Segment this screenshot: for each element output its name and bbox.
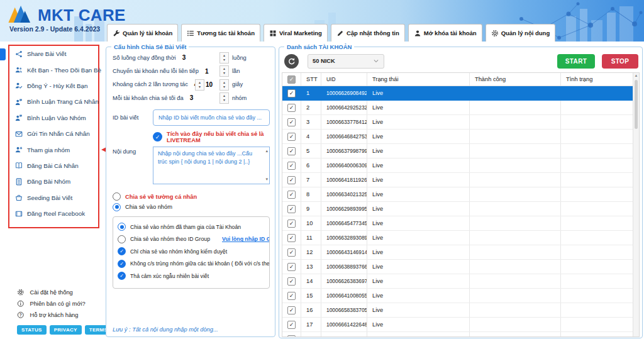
- table-scrollbar[interactable]: ▲: [633, 73, 639, 336]
- tab-viral-marketing[interactable]: Viral Marketing: [264, 24, 328, 42]
- row-checkbox[interactable]: ✓: [287, 133, 296, 141]
- row-checkbox[interactable]: ✓: [287, 162, 296, 170]
- id-group-link[interactable]: Vui lòng nhập ID GROUP vào đây ...: [222, 236, 270, 242]
- sidebar-item-seeding-bai-viet[interactable]: Seeding Bài Viết: [0, 190, 102, 206]
- sidebar-item-binh-luan-vao-nhom[interactable]: Bình Luận Vào Nhóm: [0, 110, 102, 126]
- table-row[interactable]: ✓6100066400063091Live: [282, 158, 639, 173]
- group-option[interactable]: ✓Thả cảm xúc ngẫu nhiên bài viết: [118, 271, 265, 282]
- table-row[interactable]: ✓13100066388937661Live: [282, 260, 639, 274]
- table-row[interactable]: ✓1100066269084923Live: [282, 86, 639, 101]
- table-row[interactable]: ✓9100066298939952Live: [282, 202, 639, 216]
- number-spinner[interactable]: ▴▾: [195, 79, 204, 91]
- table-row[interactable]: ✓16100066583837052Live: [282, 303, 639, 318]
- radio-button[interactable]: [113, 203, 121, 211]
- tab-quan-ly-noi-dung[interactable]: Quản lý nội dung: [486, 24, 556, 42]
- footer-link-ho-tro-khach-hang[interactable]: ?Hỗ trợ khách hàng: [17, 309, 112, 321]
- group-option[interactable]: ✓Không c/s trùng nhóm giữa các tài khoản…: [118, 258, 265, 269]
- table-row[interactable]: ✓15100066410080557Live: [282, 289, 639, 303]
- refresh-button[interactable]: [284, 54, 299, 69]
- row-checkbox[interactable]: ✓: [287, 191, 296, 199]
- row-checkbox[interactable]: ✓: [287, 147, 296, 155]
- uid-cell: 100066609750882: [321, 332, 367, 336]
- row-select-cell: ✓: [282, 318, 301, 331]
- row-checkbox[interactable]: ✓: [287, 234, 296, 242]
- scroll-up-icon[interactable]: ▴: [265, 148, 268, 154]
- checkbox[interactable]: ✓: [118, 247, 126, 255]
- footer-link-cai-dat-he-thong[interactable]: Cài đặt hệ thống: [17, 287, 112, 298]
- sidebar-item-dang-bai-nhom[interactable]: Đăng Bài Nhóm: [0, 174, 102, 189]
- radio-button[interactable]: [113, 192, 121, 201]
- condition-cell: [561, 115, 639, 129]
- group-option[interactable]: Chia sẻ vào nhóm theo ID GroupVui lòng n…: [118, 234, 265, 245]
- row-checkbox[interactable]: ✓: [287, 306, 296, 314]
- sidebar-item-gui-tin-nhan-ca-nhan[interactable]: Gửi Tin Nhắn Cá Nhân: [0, 126, 102, 142]
- share-mode-option[interactable]: Chia sẻ về tường cá nhân: [113, 192, 270, 203]
- table-row[interactable]: ✓5100066379987999Live: [282, 144, 639, 158]
- group-option[interactable]: Chia sẻ vào nhóm đã tham gia của Tài Kho…: [118, 222, 265, 233]
- radio-button[interactable]: [118, 223, 126, 231]
- table-row[interactable]: ✓2100066429252325Live: [282, 101, 639, 115]
- stop-button[interactable]: STOP: [602, 54, 638, 69]
- table-row[interactable]: ✓11100066328930892Live: [282, 231, 639, 245]
- sidebar-item-share-bai-viet[interactable]: Share Bài Viết: [0, 46, 102, 62]
- start-button[interactable]: START: [557, 54, 595, 69]
- row-checkbox[interactable]: ✓: [287, 176, 296, 184]
- row-checkbox[interactable]: ✓: [287, 89, 296, 97]
- table-row[interactable]: ✓8100066340213255Live: [282, 187, 639, 202]
- table-row[interactable]: ✓7100066418119263Live: [282, 173, 639, 187]
- table-row[interactable]: ✓10100066454773458Live: [282, 216, 639, 231]
- table-row[interactable]: ✓14100066263836979Live: [282, 274, 639, 289]
- content-textarea[interactable]: Nhập nội dung chia sẻ vào đây ...Cấu trú…: [153, 147, 270, 184]
- row-checkbox[interactable]: ✓: [287, 277, 296, 286]
- sidebar-item-dong-y-huy-ket-ban[interactable]: Đồng Ý - Hủy Kết Bạn: [0, 78, 102, 94]
- group-option[interactable]: ✓Chỉ chia sẻ vào nhóm không kiểm duyệt: [118, 247, 265, 257]
- sidebar-item-ket-ban-theo-doi-ban-be[interactable]: Kết Bạn - Theo Dõi Bạn Bè: [0, 62, 102, 77]
- table-row[interactable]: ✓4100066468427537Live: [282, 130, 639, 144]
- share-mode-option[interactable]: Chia sẻ vào nhóm: [113, 202, 270, 213]
- sidebar-item-dang-bai-ca-nhan[interactable]: Đăng Bài Cá Nhân: [0, 158, 102, 174]
- tab-quan-ly-tai-khoan[interactable]: Quản lý tài khoản: [107, 24, 178, 42]
- checkbox[interactable]: ✓: [118, 260, 126, 268]
- setting-label: Số luồng chạy đồng thời: [113, 55, 176, 61]
- livestream-checkbox[interactable]: ✓: [153, 132, 162, 142]
- footer-link-phien-ban-co-gi-moi[interactable]: Phiên bản có gì mới?: [17, 298, 112, 309]
- number-spinner[interactable]: ▴▾: [219, 65, 229, 77]
- privacy-button[interactable]: PRIVACY: [50, 325, 82, 335]
- sidebar-item-tham-gia-nhom[interactable]: Tham gia nhóm: [0, 142, 102, 157]
- scrollbar-thumb[interactable]: [635, 80, 638, 129]
- app-header: MKT CARE Version 2.9 - Update 6.4.2023 Q…: [0, 0, 644, 42]
- select-all-checkbox[interactable]: ✓: [287, 75, 296, 84]
- table-row[interactable]: ✓17100066614226482Live: [282, 318, 639, 332]
- tab-tuong-tac-tai-khoan[interactable]: Tương tác tài khoản: [181, 24, 260, 42]
- uid-cell: 100066337784123: [321, 115, 367, 129]
- checkbox[interactable]: ✓: [118, 272, 126, 280]
- table-row[interactable]: ✓3100066337784123Live: [282, 115, 639, 130]
- row-checkbox[interactable]: ✓: [287, 263, 296, 271]
- status-cell: Live: [367, 231, 470, 245]
- table-row[interactable]: ✓12100066431469142Live: [282, 245, 639, 260]
- post-id-input[interactable]: Nhập ID bài viết muốn chia sẻ vào đây ..…: [153, 109, 270, 126]
- row-checkbox[interactable]: ✓: [287, 335, 296, 337]
- uid-cell: 100066429252325: [321, 101, 367, 114]
- scrollbar-up-icon[interactable]: ▲: [633, 74, 639, 77]
- row-checkbox[interactable]: ✓: [287, 220, 296, 228]
- row-checkbox[interactable]: ✓: [287, 321, 296, 329]
- status-button[interactable]: STATUS: [17, 325, 47, 335]
- row-checkbox[interactable]: ✓: [287, 104, 296, 112]
- number-spinner[interactable]: ▴▾: [219, 52, 229, 64]
- tab-mo-khoa-tai-khoan[interactable]: Mở khóa tài khoản: [408, 24, 482, 42]
- row-checkbox[interactable]: ✓: [287, 205, 296, 213]
- scroll-down-icon[interactable]: ▾: [265, 176, 268, 182]
- number-spinner[interactable]: ▴▾: [219, 79, 229, 91]
- number-spinner[interactable]: ▴▾: [219, 92, 229, 104]
- sidebar-item-binh-luan-trang-ca-nhan[interactable]: Bình Luận Trang Cá Nhân: [0, 94, 102, 109]
- row-checkbox[interactable]: ✓: [287, 118, 296, 126]
- nick-filter-dropdown[interactable]: 50 NICK: [308, 54, 384, 69]
- row-checkbox[interactable]: ✓: [287, 292, 296, 300]
- tab-cap-nhat-thong-tin[interactable]: Cập nhật thông tin: [331, 24, 405, 42]
- radio-button[interactable]: [118, 235, 126, 243]
- sidebar-item-dang-reel-facebook[interactable]: Đăng Reel Facebook: [0, 206, 102, 221]
- table-row[interactable]: ✓18100066609750882Live: [282, 332, 639, 336]
- row-select-cell: ✓: [282, 231, 301, 245]
- row-checkbox[interactable]: ✓: [287, 248, 296, 257]
